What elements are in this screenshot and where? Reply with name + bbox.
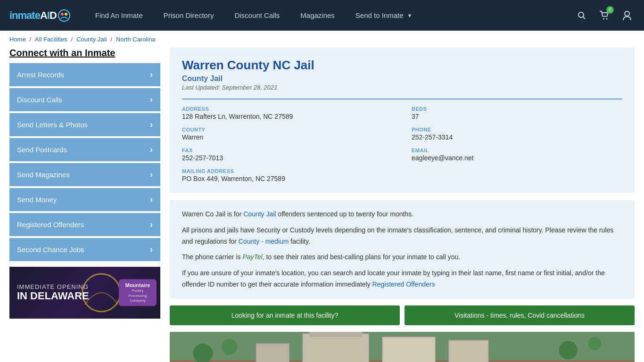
nav-send-to-inmate[interactable]: Send to Inmate ▼ [345,0,423,31]
nav-icons: 0 [574,8,635,23]
breadcrumb-home[interactable]: Home [9,36,26,43]
description-section: Warren Co Jail is for County Jail offend… [170,200,635,299]
address-label: ADDRESS [182,106,393,112]
sidebar-menu: Arrest Records › Discount Calls › Send L… [9,63,160,261]
desc-para2: All prisons and jails have Security or C… [182,225,622,247]
breadcrumb-county-jail[interactable]: County Jail [76,36,107,43]
arrow-icon: › [150,195,153,205]
navbar: inmateAID Find An Inmate Prison Director… [0,0,644,31]
find-inmate-button[interactable]: Looking for an inmate at this facility? [170,305,400,325]
ad-text: IMMEDIATE OPENING IN DELAWARE [17,283,89,302]
breadcrumb-all-facilities[interactable]: All Facilities [35,36,67,43]
svg-rect-14 [309,332,363,337]
ad-line2: IN DELAWARE [17,290,89,302]
mailing-label: MAILING ADDRESS [182,168,393,174]
svg-point-22 [588,337,601,350]
email-label: EMAIL [412,148,622,153]
county-jail-link[interactable]: County Jail [243,210,276,218]
facility-title: Warren County NC Jail [182,58,622,73]
svg-point-7 [625,11,629,16]
cart-button[interactable]: 0 [597,8,612,23]
sidebar-item-discount-calls[interactable]: Discount Calls › [9,88,160,111]
svg-point-2 [65,13,67,16]
mailing-value: PO Box 449, Warrenton, NC 27589 [182,175,393,182]
facility-updated: Last Updated: September 28, 2021 [182,84,622,91]
sidebar-item-send-letters[interactable]: Send Letters & Photos › [9,113,160,136]
arrow-icon: › [150,70,153,80]
nav-discount-calls[interactable]: Discount Calls [224,0,290,31]
sidebar-item-second-chance-jobs[interactable]: Second Chance Jobs › [9,238,160,261]
address-value: 128 Rafters Ln, Warrenton, NC 27589 [182,113,393,120]
county-label: COUNTY [182,127,393,132]
fax-value: 252-257-7013 [182,154,393,162]
svg-rect-16 [449,340,489,362]
arrow-icon: › [150,245,153,255]
sidebar-title: Connect with an Inmate [9,48,160,58]
cart-badge: 0 [606,6,614,14]
phone-value: 252-257-3314 [412,133,622,141]
search-button[interactable] [574,8,589,23]
svg-rect-15 [382,337,436,362]
address-group: ADDRESS 128 Rafters Ln, Warrenton, NC 27… [182,106,393,120]
facility-details: ADDRESS 128 Rafters Ln, Warrenton, NC 27… [182,99,622,182]
breadcrumb-north-carolina[interactable]: North Carolina [116,36,156,43]
fax-group: FAX 252-257-7013 [182,148,393,162]
facility-card: Warren County NC Jail County Jail Last U… [170,48,635,193]
logo[interactable]: inmateAID [9,9,71,22]
arrow-icon: › [150,95,153,105]
email-value: eagleeye@vance.net [412,154,622,162]
beds-group: BEDS 37 [412,106,622,120]
sidebar-item-registered-offenders[interactable]: Registered Offenders › [9,213,160,236]
email-group: EMAIL eagleeye@vance.net [412,148,622,162]
nav-magazines[interactable]: Magazines [290,0,345,31]
nav-links: Find An Inmate Prison Directory Discount… [85,0,574,31]
svg-point-0 [58,10,70,21]
beds-label: BEDS [412,106,622,112]
desc-para4: If you are unsure of your inmate's locat… [182,268,622,290]
sidebar-ad[interactable]: IMMEDIATE OPENING IN DELAWARE Mountaire … [9,267,160,319]
county-group: COUNTY Warren [182,127,393,141]
paytel-link[interactable]: PayTel [242,253,262,261]
arrow-icon: › [150,170,153,180]
arrow-icon: › [150,145,153,155]
breadcrumb-bar: Home / All Facilities / County Jail / No… [0,31,644,48]
action-buttons: Looking for an inmate at this facility? … [170,305,635,325]
svg-rect-17 [256,344,289,362]
registered-offenders-link[interactable]: Registered Offenders [372,280,435,288]
county-medium-link[interactable]: County - medium [239,238,289,245]
nav-find-inmate[interactable]: Find An Inmate [85,0,153,31]
logo-icon [58,9,71,22]
county-value: Warren [182,133,393,141]
beds-value: 37 [412,113,622,120]
svg-line-4 [583,16,586,19]
sidebar-item-send-money[interactable]: Send Money › [9,188,160,211]
sidebar-item-send-magazines[interactable]: Send Magazines › [9,163,160,186]
svg-point-21 [559,341,577,359]
ad-line1: IMMEDIATE OPENING [17,283,89,290]
mailing-group: MAILING ADDRESS PO Box 449, Warrenton, N… [182,168,393,182]
fax-label: FAX [182,148,393,153]
phone-label: PHONE [412,127,622,132]
svg-point-20 [222,339,238,355]
arrow-icon: › [150,120,153,130]
facility-image-inner [170,332,635,362]
svg-point-3 [578,12,584,17]
arrow-icon: › [150,220,153,230]
desc-para1: Warren Co Jail is for County Jail offend… [182,209,622,220]
desc-para3: The phone carrier is PayTel, to see thei… [182,252,622,263]
main-content: Warren County NC Jail County Jail Last U… [170,48,635,362]
facility-type: County Jail [182,74,622,83]
facility-image [170,332,635,362]
phone-group: PHONE 252-257-3314 [412,127,622,141]
main-container: Connect with an Inmate Arrest Records › … [0,48,644,362]
svg-rect-13 [303,333,369,362]
nav-prison-directory[interactable]: Prison Directory [153,0,224,31]
visitations-button[interactable]: Visitations - times, rules, Covid cancel… [405,305,635,325]
sidebar: Connect with an Inmate Arrest Records › … [9,48,160,362]
user-button[interactable] [619,8,635,23]
svg-point-5 [603,18,604,19]
sidebar-item-send-postcards[interactable]: Send Postcards › [9,138,160,161]
ad-brand-logo: Mountaire Poultry Processing Company [119,279,157,306]
svg-point-1 [61,13,64,16]
sidebar-item-arrest-records[interactable]: Arrest Records › [9,63,160,86]
